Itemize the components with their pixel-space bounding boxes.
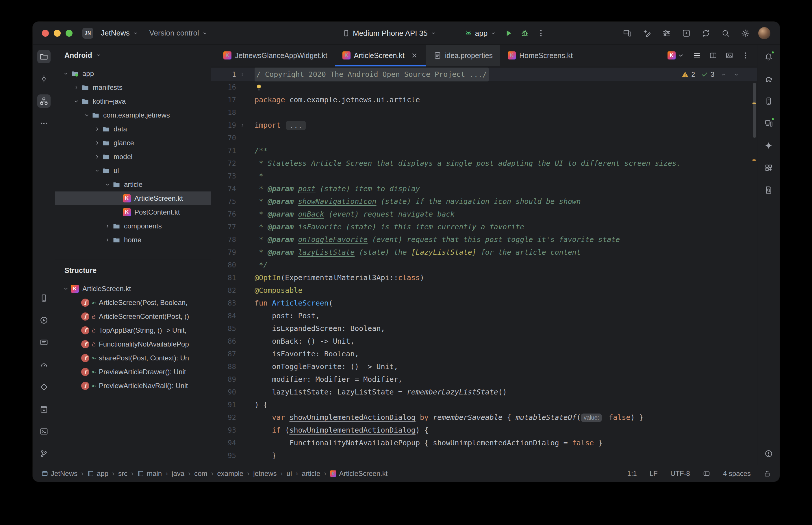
chevron-right-icon[interactable] (103, 223, 113, 229)
design-view-icon[interactable] (725, 51, 734, 59)
breadcrumb-jetnews[interactable]: JetNews (41, 469, 77, 478)
chevron-down-icon[interactable] (61, 71, 71, 77)
gemini-button[interactable] (762, 139, 775, 152)
code-line-19[interactable]: 19import ... (211, 119, 757, 132)
project-item-glance[interactable]: glance (55, 136, 211, 150)
project-item-manifests[interactable]: manifests (55, 80, 211, 94)
layout-status-icon[interactable] (703, 470, 710, 477)
breadcrumb-ui[interactable]: ui (287, 469, 292, 478)
code-line-77[interactable]: 77 * @param isFavorite (state) is this i… (211, 221, 757, 233)
status-4-spaces[interactable]: 4 spaces (723, 469, 751, 478)
project-view-selector[interactable]: Android (55, 45, 211, 65)
code-line-90[interactable]: 90 lazyListState: LazyListState = rememb… (211, 386, 757, 399)
code-line-74[interactable]: 74 * @param post (state) item to display (211, 182, 757, 195)
warning-stripe-mark[interactable] (752, 160, 756, 161)
run-tool-button[interactable] (37, 314, 50, 327)
code-line-71[interactable]: 71/** (211, 145, 757, 157)
status-utf-8[interactable]: UTF-8 (670, 469, 690, 478)
code-line-93[interactable]: 93 if (showUnimplementedActionDialog) { (211, 424, 757, 437)
code-line-18[interactable]: 18 (211, 106, 757, 119)
breadcrumb-main[interactable]: main (137, 469, 162, 478)
breadcrumb-jetnews[interactable]: jetnews (253, 469, 277, 478)
project-item-articlescreen-kt[interactable]: KArticleScreen.kt (55, 192, 211, 205)
breadcrumb-java[interactable]: java (172, 469, 184, 478)
tab-jetnewsglanceappwidget-kt[interactable]: KJetnewsGlanceAppWidget.kt (216, 45, 335, 66)
terminal-button[interactable] (37, 425, 50, 438)
code-editor[interactable]: 1/ Copyright 2020 The Android Open Sourc… (211, 66, 757, 465)
chevron-right-icon[interactable] (71, 84, 81, 91)
breadcrumb-article[interactable]: article (302, 469, 320, 478)
running-devices-button[interactable] (37, 291, 50, 305)
version-control-tool-button[interactable] (37, 447, 50, 460)
split-view-icon[interactable] (709, 51, 717, 59)
device-selector[interactable]: Medium Phone API 35 (340, 27, 439, 40)
project-menu[interactable]: JetNews (98, 26, 141, 40)
project-item-article[interactable]: article (55, 178, 211, 192)
code-line-81[interactable]: 81@OptIn(ExperimentalMaterial3Api::class… (211, 271, 757, 284)
code-line-80[interactable]: 80 */ (211, 259, 757, 271)
project-item-ui[interactable]: ui (55, 164, 211, 178)
warning-stripe-mark[interactable] (752, 103, 756, 104)
project-item-postcontent-kt[interactable]: KPostContent.kt (55, 205, 211, 219)
code-line-92[interactable]: 92 var showUnimplementedActionDialog by … (211, 411, 757, 424)
status-1-1[interactable]: 1:1 (628, 469, 637, 478)
code-line-79[interactable]: 79 * @param lazyListState (state) the [L… (211, 246, 757, 259)
code-line-16[interactable]: 16 (211, 81, 757, 93)
chevron-down-icon[interactable] (61, 286, 71, 292)
sync-button[interactable] (699, 27, 713, 40)
code-line-1[interactable]: 1/ Copyright 2020 The Android Open Sourc… (211, 68, 757, 81)
project-item-home[interactable]: home (55, 233, 211, 247)
structure-item-articlescreen-kt[interactable]: KArticleScreen.kt (55, 282, 211, 296)
profiler-button[interactable] (37, 358, 50, 371)
user-avatar[interactable] (758, 27, 770, 39)
project-item-kotlin-java[interactable]: kotlin+java (55, 94, 211, 108)
code-line-84[interactable]: 84 post: Post, (211, 310, 757, 322)
commit-button[interactable] (37, 72, 50, 86)
chevron-right-icon[interactable] (92, 140, 102, 146)
breadcrumb-articlescreen-kt[interactable]: KArticleScreen.kt (330, 469, 387, 478)
kotlin-file-switcher[interactable]: K (667, 51, 685, 59)
project-folder-button[interactable] (37, 50, 50, 63)
project-item-app[interactable]: app (55, 67, 211, 80)
plugins-button[interactable] (680, 27, 693, 40)
gradle-button[interactable] (762, 72, 775, 86)
debug-button[interactable] (518, 27, 531, 40)
problems-button[interactable] (762, 447, 775, 460)
inspections-widget[interactable]: 23 (681, 68, 740, 81)
previous-problem-icon[interactable] (720, 71, 727, 78)
run-button[interactable] (502, 27, 515, 40)
notifications-button[interactable] (762, 50, 775, 63)
code-line-17[interactable]: 17package com.example.jetnews.ui.article (211, 93, 757, 106)
run-config-selector[interactable]: app (462, 27, 499, 40)
device-manager-button[interactable] (762, 94, 775, 108)
structure-item-functionalitynotavailablepop[interactable]: fFunctionalityNotAvailablePop (55, 337, 211, 351)
structure-item-sharepost-post-context-un[interactable]: fsharePost(Post, Context): Un (55, 351, 211, 365)
code-line-82[interactable]: 82@Composable (211, 284, 757, 297)
zoom-window-button[interactable] (65, 30, 73, 37)
warnings-count[interactable]: 2 (681, 68, 695, 81)
ai-assistant-button[interactable] (640, 27, 654, 40)
chevron-down-icon[interactable] (92, 167, 102, 174)
tab-articlescreen-kt[interactable]: KArticleScreen.kt (335, 45, 426, 66)
chevron-down-icon[interactable] (103, 181, 113, 188)
unlock-icon[interactable] (764, 470, 771, 477)
device-explorer-button[interactable] (37, 403, 50, 416)
project-item-model[interactable]: model (55, 150, 211, 164)
more-tool-windows-button[interactable] (37, 117, 50, 130)
close-window-button[interactable] (42, 30, 49, 37)
project-item-com-example-jetnews[interactable]: com.example.jetnews (55, 108, 211, 122)
toolbar-sliders-button[interactable] (660, 27, 673, 40)
find-usages-button[interactable] (762, 183, 775, 197)
code-line-89[interactable]: 89 modifier: Modifier = Modifier, (211, 373, 757, 386)
fold-collapsed-icon[interactable] (236, 119, 249, 132)
intention-bulb-icon[interactable] (254, 83, 263, 92)
structure-item-previewarticlenavrail-unit[interactable]: fPreviewArticleNavRail(): Unit (55, 379, 211, 393)
code-line-94[interactable]: 94 FunctionalityNotAvailablePopup { show… (211, 437, 757, 449)
code-line-87[interactable]: 87 isFavorite: Boolean, (211, 348, 757, 360)
code-line-72[interactable]: 72 * Stateless Article Screen that displ… (211, 157, 757, 170)
code-line-73[interactable]: 73 * (211, 170, 757, 182)
code-line-85[interactable]: 85 isExpandedScreen: Boolean, (211, 322, 757, 335)
breadcrumb-com[interactable]: com (194, 469, 207, 478)
passed-checks-count[interactable]: 3 (701, 68, 714, 81)
breadcrumb-src[interactable]: src (118, 469, 128, 478)
